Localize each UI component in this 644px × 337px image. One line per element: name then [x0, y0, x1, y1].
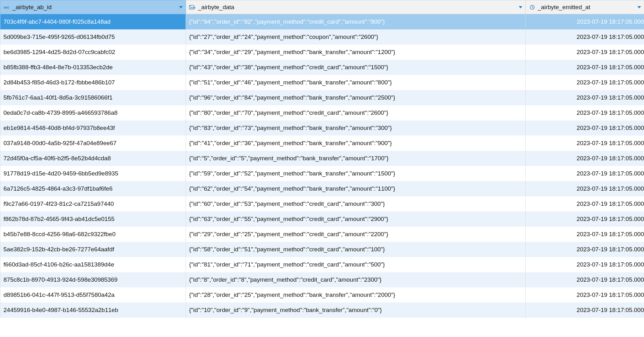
- cell-airbyte-data[interactable]: {"id":"10","order_id":"9","payment_metho…: [186, 303, 526, 318]
- table-row[interactable]: 703c4f9f-abc7-4404-980f-f025c8a148ad{"id…: [0, 14, 644, 29]
- data-grid[interactable]: ABC _airbyte_ab_id JSON: [0, 0, 644, 318]
- cell-airbyte-emitted-at[interactable]: 2023-07-19 18:17:05.000: [526, 303, 644, 318]
- cell-airbyte-ab-id[interactable]: 5d009be3-715e-495f-9265-d06134fb0d75: [0, 29, 186, 45]
- cell-airbyte-emitted-at[interactable]: 2023-07-19 18:17:05.000: [526, 272, 644, 287]
- cell-airbyte-emitted-at[interactable]: 2023-07-19 18:17:05.000: [526, 14, 644, 29]
- table-row[interactable]: f862b78d-87b2-4565-9f43-ab41dc5e0155{"id…: [0, 211, 644, 227]
- cell-airbyte-data[interactable]: {"id":"27","order_id":"24","payment_meth…: [186, 29, 526, 45]
- table-row[interactable]: 875c8c1b-8970-4913-924d-598e30985369{"id…: [0, 272, 644, 287]
- cell-airbyte-emitted-at[interactable]: 2023-07-19 18:17:05.000: [526, 45, 644, 60]
- cell-airbyte-emitted-at[interactable]: 2023-07-19 18:17:05.000: [526, 136, 644, 151]
- cell-airbyte-data[interactable]: {"id":"60","order_id":"53","payment_meth…: [186, 196, 526, 211]
- table-row[interactable]: eb1e9814-4548-40d8-bf4d-97937b8ee43f{"id…: [0, 120, 644, 136]
- table-row[interactable]: 5fb761c7-6aa1-40f1-8d5a-3c91586066f1{"id…: [0, 90, 644, 105]
- cell-airbyte-data[interactable]: {"id":"80","order_id":"70","payment_meth…: [186, 105, 526, 120]
- table-row[interactable]: 2d84b453-f85d-46d3-b172-fbbbe486b107{"id…: [0, 75, 644, 90]
- cell-airbyte-data[interactable]: {"id":"29","order_id":"25","payment_meth…: [186, 227, 526, 242]
- cell-airbyte-data[interactable]: {"id":"81","order_id":"71","payment_meth…: [186, 257, 526, 272]
- cell-airbyte-emitted-at[interactable]: 2023-07-19 18:17:05.000: [526, 60, 644, 75]
- cell-airbyte-emitted-at[interactable]: 2023-07-19 18:17:05.000: [526, 242, 644, 257]
- table-body: 703c4f9f-abc7-4404-980f-f025c8a148ad{"id…: [0, 14, 644, 318]
- cell-airbyte-emitted-at[interactable]: 2023-07-19 18:17:05.000: [526, 90, 644, 105]
- cell-airbyte-emitted-at[interactable]: 2023-07-19 18:17:05.000: [526, 211, 644, 227]
- svg-text:JSON: JSON: [190, 7, 196, 9]
- cell-airbyte-emitted-at[interactable]: 2023-07-19 18:17:05.000: [526, 75, 644, 90]
- cell-airbyte-ab-id[interactable]: 0eda0c7d-ca8b-4739-8995-a466593786a8: [0, 105, 186, 120]
- json-type-icon: JSON: [189, 4, 196, 11]
- cell-airbyte-data[interactable]: {"id":"94","order_id":"82","payment_meth…: [186, 14, 526, 29]
- cell-airbyte-data[interactable]: {"id":"59","order_id":"52","payment_meth…: [186, 166, 526, 181]
- table-row[interactable]: f660d3ad-85cf-4106-b26c-aa1581389d4e{"id…: [0, 257, 644, 272]
- cell-airbyte-ab-id[interactable]: 91778d19-d15e-4d20-9459-6bb5ed9e8935: [0, 166, 186, 181]
- cell-airbyte-ab-id[interactable]: 24459916-b4e0-4987-b146-55532a2b11eb: [0, 303, 186, 318]
- cell-airbyte-data[interactable]: {"id":"8","order_id":"8","payment_method…: [186, 272, 526, 287]
- svg-text:ABC: ABC: [3, 6, 10, 9]
- cell-airbyte-data[interactable]: {"id":"28","order_id":"25","payment_meth…: [186, 287, 526, 303]
- column-menu-button[interactable]: [637, 4, 641, 11]
- table-row[interactable]: be6d3985-1294-4d25-8d2d-07cc9cabfc02{"id…: [0, 45, 644, 60]
- cell-airbyte-emitted-at[interactable]: 2023-07-19 18:17:05.000: [526, 105, 644, 120]
- cell-airbyte-ab-id[interactable]: d89851b6-041c-447f-9513-d55f7580a42a: [0, 287, 186, 303]
- cell-airbyte-ab-id[interactable]: 037a9148-00d0-4a5b-925f-47a04e89ee67: [0, 136, 186, 151]
- cell-airbyte-emitted-at[interactable]: 2023-07-19 18:17:05.000: [526, 227, 644, 242]
- svg-marker-1: [179, 6, 183, 9]
- cell-airbyte-data[interactable]: {"id":"51","order_id":"46","payment_meth…: [186, 75, 526, 90]
- cell-airbyte-ab-id[interactable]: 5ae382c9-152b-42cb-be26-7277e64aafdf: [0, 242, 186, 257]
- cell-airbyte-data[interactable]: {"id":"34","order_id":"29","payment_meth…: [186, 45, 526, 60]
- cell-airbyte-ab-id[interactable]: eb1e9814-4548-40d8-bf4d-97937b8ee43f: [0, 120, 186, 136]
- table-row[interactable]: 037a9148-00d0-4a5b-925f-47a04e89ee67{"id…: [0, 136, 644, 151]
- table-row[interactable]: 91778d19-d15e-4d20-9459-6bb5ed9e8935{"id…: [0, 166, 644, 181]
- cell-airbyte-data[interactable]: {"id":"43","order_id":"38","payment_meth…: [186, 60, 526, 75]
- cell-airbyte-emitted-at[interactable]: 2023-07-19 18:17:05.000: [526, 196, 644, 211]
- cell-airbyte-ab-id[interactable]: f9c27a66-0197-4f23-81c2-ca7215a97440: [0, 196, 186, 211]
- table-row[interactable]: 0eda0c7d-ca8b-4739-8995-a466593786a8{"id…: [0, 105, 644, 120]
- cell-airbyte-emitted-at[interactable]: 2023-07-19 18:17:05.000: [526, 29, 644, 45]
- cell-airbyte-ab-id[interactable]: 5fb761c7-6aa1-40f1-8d5a-3c91586066f1: [0, 90, 186, 105]
- table-row[interactable]: 5ae382c9-152b-42cb-be26-7277e64aafdf{"id…: [0, 242, 644, 257]
- svg-marker-6: [637, 6, 641, 9]
- cell-airbyte-ab-id[interactable]: 875c8c1b-8970-4913-924d-598e30985369: [0, 272, 186, 287]
- column-header-airbyte-ab-id[interactable]: ABC _airbyte_ab_id: [0, 0, 186, 14]
- column-menu-button[interactable]: [179, 4, 183, 11]
- cell-airbyte-data[interactable]: {"id":"58","order_id":"51","payment_meth…: [186, 242, 526, 257]
- cell-airbyte-ab-id[interactable]: 703c4f9f-abc7-4404-980f-f025c8a148ad: [0, 14, 186, 29]
- cell-airbyte-emitted-at[interactable]: 2023-07-19 18:17:05.000: [526, 151, 644, 166]
- table-row[interactable]: b85fb388-ffb3-48e4-8e7b-013353ecb2de{"id…: [0, 60, 644, 75]
- cell-airbyte-ab-id[interactable]: f862b78d-87b2-4565-9f43-ab41dc5e0155: [0, 211, 186, 227]
- cell-airbyte-ab-id[interactable]: be6d3985-1294-4d25-8d2d-07cc9cabfc02: [0, 45, 186, 60]
- text-type-icon: ABC: [3, 4, 10, 11]
- column-menu-button[interactable]: [518, 4, 523, 11]
- table-row[interactable]: 5d009be3-715e-495f-9265-d06134fb0d75{"id…: [0, 29, 644, 45]
- cell-airbyte-emitted-at[interactable]: 2023-07-19 18:17:05.000: [526, 287, 644, 303]
- cell-airbyte-data[interactable]: {"id":"96","order_id":"84","payment_meth…: [186, 90, 526, 105]
- table-row[interactable]: 72d45f0a-cf5a-40f6-b2f5-8e52b4d4cda8{"id…: [0, 151, 644, 166]
- table-row[interactable]: d89851b6-041c-447f-9513-d55f7580a42a{"id…: [0, 287, 644, 303]
- cell-airbyte-emitted-at[interactable]: 2023-07-19 18:17:05.000: [526, 166, 644, 181]
- column-header-airbyte-data[interactable]: JSON _airbyte_data: [186, 0, 526, 14]
- cell-airbyte-ab-id[interactable]: 2d84b453-f85d-46d3-b172-fbbbe486b107: [0, 75, 186, 90]
- table-row[interactable]: f9c27a66-0197-4f23-81c2-ca7215a97440{"id…: [0, 196, 644, 211]
- cell-airbyte-ab-id[interactable]: b85fb388-ffb3-48e4-8e7b-013353ecb2de: [0, 60, 186, 75]
- table-row[interactable]: 24459916-b4e0-4987-b146-55532a2b11eb{"id…: [0, 303, 644, 318]
- cell-airbyte-data[interactable]: {"id":"41","order_id":"36","payment_meth…: [186, 136, 526, 151]
- cell-airbyte-data[interactable]: {"id":"83","order_id":"73","payment_meth…: [186, 120, 526, 136]
- timestamp-type-icon: [529, 4, 536, 11]
- header-row: ABC _airbyte_ab_id JSON: [0, 0, 644, 14]
- table-row[interactable]: 6a7126c5-4825-4864-a3c3-97df1baf6fe6{"id…: [0, 181, 644, 196]
- cell-airbyte-data[interactable]: {"id":"62","order_id":"54","payment_meth…: [186, 181, 526, 196]
- cell-airbyte-emitted-at[interactable]: 2023-07-19 18:17:05.000: [526, 257, 644, 272]
- cell-airbyte-emitted-at[interactable]: 2023-07-19 18:17:05.000: [526, 120, 644, 136]
- svg-marker-4: [519, 6, 522, 9]
- table-row[interactable]: b45b7e88-8ccd-4256-98a6-682c9322fbe0{"id…: [0, 227, 644, 242]
- cell-airbyte-emitted-at[interactable]: 2023-07-19 18:17:05.000: [526, 181, 644, 196]
- cell-airbyte-data[interactable]: {"id":"63","order_id":"55","payment_meth…: [186, 211, 526, 227]
- cell-airbyte-ab-id[interactable]: f660d3ad-85cf-4106-b26c-aa1581389d4e: [0, 257, 186, 272]
- column-label: _airbyte_ab_id: [12, 4, 52, 11]
- cell-airbyte-ab-id[interactable]: 6a7126c5-4825-4864-a3c3-97df1baf6fe6: [0, 181, 186, 196]
- column-label: _airbyte_emitted_at: [538, 4, 590, 11]
- column-label: _airbyte_data: [198, 4, 234, 11]
- cell-airbyte-ab-id[interactable]: 72d45f0a-cf5a-40f6-b2f5-8e52b4d4cda8: [0, 151, 186, 166]
- column-header-airbyte-emitted-at[interactable]: _airbyte_emitted_at: [526, 0, 644, 14]
- cell-airbyte-data[interactable]: {"id":"5","order_id":"5","payment_method…: [186, 151, 526, 166]
- cell-airbyte-ab-id[interactable]: b45b7e88-8ccd-4256-98a6-682c9322fbe0: [0, 227, 186, 242]
